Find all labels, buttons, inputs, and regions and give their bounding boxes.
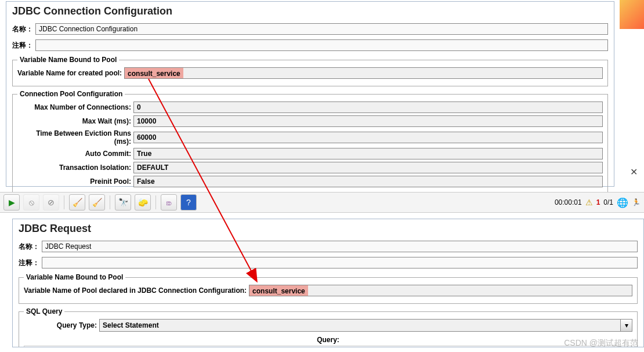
- comment-input[interactable]: [42, 257, 638, 268]
- variable-name-fieldset: Variable Name Bound to Pool Variable Nam…: [19, 273, 638, 304]
- broom1-button[interactable]: 🧹: [69, 194, 85, 211]
- auto-commit-label: Auto Commit:: [17, 150, 133, 158]
- query-header: Query:: [24, 334, 632, 346]
- variable-name-value: consult_service: [125, 68, 183, 78]
- max-connections-input[interactable]: [133, 101, 603, 113]
- page-title: JDBC Request: [19, 223, 638, 235]
- function-button[interactable]: ⎄: [161, 194, 177, 211]
- preinit-pool-input[interactable]: [133, 176, 603, 187]
- broom2-button[interactable]: 🧹: [89, 194, 105, 211]
- warning-icon[interactable]: ⚠: [585, 198, 593, 207]
- separator: [155, 195, 156, 209]
- eviction-runs-label: Time Between Eviction Runs (ms):: [17, 129, 133, 146]
- variable-name-input[interactable]: consult_service: [124, 67, 603, 79]
- variable-name-legend: Variable Name Bound to Pool: [24, 273, 125, 281]
- close-icon[interactable]: ✕: [628, 166, 639, 177]
- search-button[interactable]: 🔭: [115, 194, 131, 211]
- query-type-select[interactable]: Select Statement ▾: [99, 319, 632, 332]
- preinit-pool-label: Preinit Pool:: [17, 177, 133, 186]
- separator: [110, 195, 110, 209]
- name-input[interactable]: [35, 23, 608, 35]
- sql-editor[interactable]: 1 select id from customer limit 1;: [24, 346, 632, 347]
- connection-pool-fieldset: Connection Pool Configuration Max Number…: [12, 90, 608, 195]
- name-label: 名称：: [12, 24, 35, 34]
- page-title: JDBC Connection Configuration: [12, 5, 608, 17]
- jdbc-request-panel: JDBC Request 名称： 注释： Variable Name Bound…: [12, 219, 644, 347]
- jdbc-connection-config-panel: JDBC Connection Configuration 名称： 注释： Va…: [6, 1, 614, 187]
- variable-name-input[interactable]: consult_service: [249, 285, 632, 296]
- variable-name-label: Variable Name for created pool:: [17, 69, 124, 77]
- warning-count: 1: [596, 198, 600, 206]
- query-type-value: Select Statement: [100, 320, 620, 331]
- max-wait-label: Max Wait (ms):: [17, 117, 133, 125]
- connection-pool-legend: Connection Pool Configuration: [17, 90, 125, 98]
- variable-name-value: consult_service: [249, 285, 308, 296]
- transaction-isolation-label: Transaction Isolation:: [17, 164, 133, 172]
- comment-input[interactable]: [35, 39, 608, 51]
- run-count: 0/1: [603, 198, 613, 206]
- auto-commit-input[interactable]: [133, 148, 603, 159]
- sql-query-legend: SQL Query: [24, 307, 64, 315]
- globe-icon[interactable]: 🌐: [617, 197, 628, 208]
- max-wait-input[interactable]: [133, 115, 603, 127]
- eviction-runs-input[interactable]: [133, 132, 603, 143]
- chevron-down-icon[interactable]: ▾: [620, 320, 632, 331]
- variable-name-fieldset: Variable Name Bound to Pool Variable Nam…: [12, 56, 608, 86]
- sql-query-fieldset: SQL Query Query Type: Select Statement ▾…: [19, 307, 638, 347]
- comment-label: 注释：: [12, 41, 35, 50]
- toolbar: ▶ ⦸ ⊘ 🧹 🧹 🔭 🧽 ⎄ ? 00:00:01 ⚠ 1 0/1 🌐 🏃: [0, 192, 644, 213]
- stop-button[interactable]: ⊘: [43, 194, 59, 211]
- transaction-isolation-input[interactable]: [133, 162, 603, 173]
- separator: [64, 195, 64, 209]
- no-timer-button[interactable]: ⦸: [23, 194, 39, 211]
- variable-name-label: Variable Name of Pool declared in JDBC C…: [24, 286, 249, 295]
- name-input[interactable]: [42, 241, 638, 252]
- variable-name-legend: Variable Name Bound to Pool: [17, 56, 119, 64]
- elapsed-time: 00:00:01: [555, 198, 582, 206]
- query-type-label: Query Type:: [24, 321, 99, 329]
- name-label: 名称：: [19, 242, 42, 252]
- clear-button[interactable]: 🧽: [135, 194, 151, 211]
- max-connections-label: Max Number of Connections:: [17, 103, 133, 111]
- play-button[interactable]: ▶: [3, 194, 20, 211]
- comment-label: 注释：: [19, 258, 42, 268]
- background-banner: [620, 0, 644, 29]
- help-button[interactable]: ?: [180, 194, 197, 211]
- run-icon[interactable]: 🏃: [632, 198, 641, 206]
